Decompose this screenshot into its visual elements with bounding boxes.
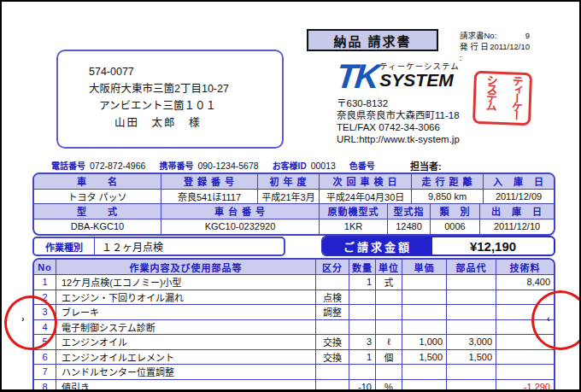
mobile-label: 携帯番号 xyxy=(159,159,193,172)
col-parts-cost-header: 部品代 xyxy=(447,260,496,274)
vehicle-info-table: 車 名 登 録 番 号 初 年 度 次 回 車 検 日 走 行 距 離 入 庫 … xyxy=(32,173,555,236)
customer-id-label: お客様ID xyxy=(273,159,307,172)
col-category-header: 区分 xyxy=(316,260,349,274)
model-value: DBA-KGC10 xyxy=(34,219,161,235)
item-5-unit-price: 1,000 xyxy=(402,335,447,349)
contact-row: 電話番号 072-872-4966 携帯番号 090-1234-5678 お客様… xyxy=(51,159,375,172)
item-8-labor-cost: -1,290 xyxy=(496,380,554,392)
item-7-no: 7 xyxy=(34,365,56,379)
company-info: 〒630-8132 奈良県奈良市大森西町11-18 TEL/FAX 0742-3… xyxy=(337,97,460,145)
recipient-address-box: 574-0077 大阪府大東市三箇2丁目10-27 アンビエント三箇１０１ 山田… xyxy=(56,50,284,149)
logo-tk-text: TK xyxy=(335,60,379,92)
next-inspection-header: 次 回 車 検 日 xyxy=(320,174,412,189)
item-3-description: ブレーキ xyxy=(56,305,316,319)
billed-amount-value: ¥12,190 xyxy=(432,237,554,255)
item-2-quantity xyxy=(349,290,376,305)
item-6-unit-price: 1,500 xyxy=(402,350,447,365)
item-6-quantity: 1 xyxy=(349,350,376,365)
item-row-4: 4 電子制御システム診断 xyxy=(34,320,554,336)
registration-no-value: 奈良541ほ1117 xyxy=(161,190,258,204)
item-5-parts-cost: 3,000 xyxy=(447,335,496,349)
item-6-no: 6 xyxy=(34,350,56,365)
item-3-quantity xyxy=(349,305,376,319)
item-row-7: 7 ハンドルセンター位置調整 xyxy=(34,365,554,380)
item-3-parts-cost xyxy=(447,305,496,319)
item-2-unit xyxy=(376,290,402,305)
company-tel: TEL/FAX 0742-34-3066 xyxy=(337,121,460,133)
company-address: 奈良県奈良市大森西町11-18 xyxy=(337,109,460,121)
item-2-category: 点検 xyxy=(316,290,349,305)
engine-model-header: 原動機型式 xyxy=(320,204,388,219)
phone-value: 072-872-4966 xyxy=(90,161,145,171)
recipient-postal: 574-0077 xyxy=(89,63,282,80)
item-1-unit-price xyxy=(402,275,447,290)
item-4-parts-cost xyxy=(447,320,496,335)
issue-date-label: 発 行 日 : xyxy=(460,41,490,63)
registration-no-header: 登 録 番 号 xyxy=(161,174,258,189)
item-5-unit: ℓ xyxy=(376,335,402,349)
item-2-description: エンジン・下回りオイル漏れ xyxy=(56,290,316,305)
billed-amount-label: ご請求金額 xyxy=(323,237,432,255)
staff-label: 担当者: xyxy=(410,159,442,173)
item-8-description: 値引き xyxy=(56,380,316,392)
issue-date-value: 2011/12/10 xyxy=(490,41,530,63)
document-title-text: 納品 請求書 xyxy=(333,32,411,50)
recipient-address1: 大阪府大東市三箇2丁目10-27 xyxy=(89,80,282,97)
item-3-unit-price xyxy=(402,305,447,319)
item-7-labor-cost xyxy=(496,365,554,379)
red-circle-annotation-left xyxy=(4,295,57,350)
check-in-date-header: 入 庫 日 xyxy=(484,174,554,189)
invoice-meta: 請求書No: 9 発 行 日 : 2011/12/10 xyxy=(460,30,530,63)
item-3-category: 調整 xyxy=(316,305,349,319)
item-1-unit: 式 xyxy=(376,275,402,290)
item-row-2: 2 エンジン・下回りオイル漏れ 点検 xyxy=(34,290,554,306)
mileage-header: 走 行 距 離 xyxy=(412,174,484,189)
work-type-box: 作業種別 １２ヶ月点検 xyxy=(32,237,285,256)
item-5-quantity: 3 xyxy=(349,335,376,349)
item-4-unit xyxy=(376,320,402,335)
class-header: 類 別 xyxy=(431,204,480,219)
item-6-parts-cost: 1,500 xyxy=(447,350,496,365)
document-title: 納品 請求書 xyxy=(307,29,438,51)
mileage-value: 9,850 km xyxy=(412,190,484,204)
item-3-unit xyxy=(376,305,402,319)
col-unit-header: 単位 xyxy=(376,260,402,274)
col-quantity-header: 数量 xyxy=(349,260,376,274)
chassis-no-value: KGC10-0232920 xyxy=(161,219,320,235)
item-5-description: エンジンオイル xyxy=(56,335,316,349)
item-1-parts-cost xyxy=(447,275,496,290)
item-6-unit: 個 xyxy=(376,350,402,365)
item-1-quantity: 1 xyxy=(349,275,376,290)
color-no-label: 色番号 xyxy=(349,159,375,172)
recipient-address2: アンビエント三箇１０１ xyxy=(89,97,282,114)
item-4-category xyxy=(316,320,349,335)
item-4-quantity xyxy=(349,320,376,335)
vehicle-value-row-1: トヨタ パッソ 奈良541ほ1117 平成21年3月 平成24年04月30日 9… xyxy=(34,190,554,205)
recipient-name: 山田 太郎 様 xyxy=(89,114,282,132)
phone-label: 電話番号 xyxy=(51,159,85,172)
item-4-unit-price xyxy=(402,320,447,335)
stamp-text-left: システム xyxy=(484,74,497,108)
item-7-unit-price xyxy=(402,365,447,379)
invoice-no-value: 9 xyxy=(525,30,530,41)
vehicle-value-row-2: DBA-KGC10 KGC10-0232920 1KR 12480 0006 2… xyxy=(34,219,554,235)
item-6-labor-cost xyxy=(496,350,554,365)
item-7-description: ハンドルセンター位置調整 xyxy=(56,365,316,379)
vehicle-header-row-1: 車 名 登 録 番 号 初 年 度 次 回 車 検 日 走 行 距 離 入 庫 … xyxy=(34,174,554,190)
invoice-document: 574-0077 大阪府大東市三箇2丁目10-27 アンビエント三箇１０１ 山田… xyxy=(0,0,581,392)
model-spec-header: 型式指 xyxy=(388,204,431,219)
col-labor-cost-header: 技術料 xyxy=(496,260,554,274)
item-row-6: 6 エンジンオイルエレメント 交換 1 個 1,500 1,500 xyxy=(34,350,554,366)
model-header: 型 式 xyxy=(34,204,161,219)
item-8-quantity: -10 xyxy=(349,380,376,392)
class-value: 0006 xyxy=(431,219,480,235)
mobile-value: 090-1234-5678 xyxy=(197,161,258,171)
item-8-category xyxy=(316,380,349,392)
model-spec-value: 12480 xyxy=(388,219,431,235)
item-row-8: 8 値引き -10 % -1,290 xyxy=(34,380,554,392)
work-items-table: No 作業内容及び使用部品等 区分 数量 単位 単価 部品代 技術料 1 12ケ… xyxy=(32,258,555,392)
company-postal: 〒630-8132 xyxy=(337,97,460,109)
item-1-labor-cost: 8,400 xyxy=(496,275,554,290)
item-2-parts-cost xyxy=(447,290,496,305)
item-8-parts-cost xyxy=(447,380,496,392)
